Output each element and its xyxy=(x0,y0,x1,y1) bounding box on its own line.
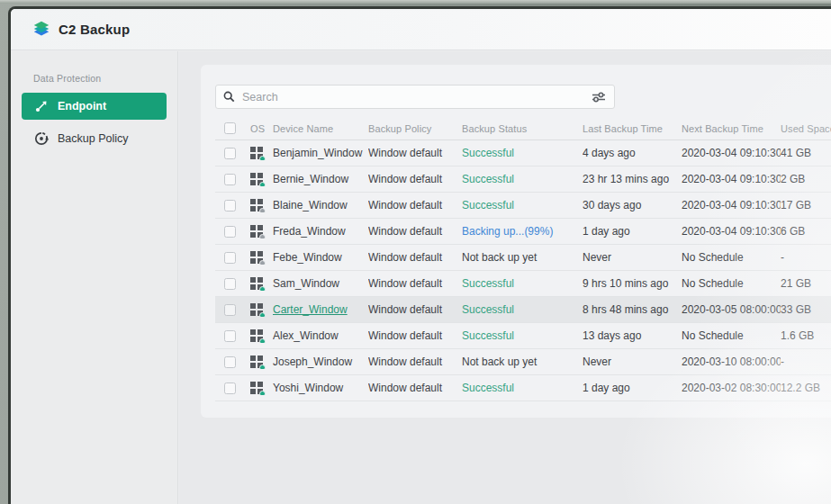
next-backup-time: 2020-03-04 09:10:30 xyxy=(682,147,781,159)
table-row[interactable]: Benjamin_WindowWindow defaultSuccessful4… xyxy=(215,140,831,166)
select-all-checkbox[interactable] xyxy=(224,122,236,134)
row-checkbox[interactable] xyxy=(224,252,236,264)
row-checkbox[interactable] xyxy=(224,148,236,159)
online-status-dot xyxy=(259,156,266,160)
next-backup-time: 2020-03-04 09:10:30 xyxy=(682,199,781,212)
next-backup-time: No Schedule xyxy=(682,277,781,290)
device-table-header: OS Device Name Backup Policy Backup Stat… xyxy=(215,117,831,140)
used-space: - xyxy=(781,251,831,264)
app-title: C2 Backup xyxy=(59,22,130,37)
used-space: 12.2 GB xyxy=(781,382,831,394)
last-backup-time: 23 hr 13 mins ago xyxy=(583,173,682,185)
row-checkbox[interactable] xyxy=(224,330,236,342)
online-status-dot xyxy=(259,286,266,291)
backup-status-value: Successful xyxy=(462,303,583,316)
table-row[interactable]: Joseph_WindowWindow defaultNot back up y… xyxy=(215,349,831,375)
column-header-device-name[interactable]: Device Name xyxy=(273,123,368,134)
device-name: Febe_Window xyxy=(273,251,342,264)
last-backup-time: Never xyxy=(583,356,682,368)
device-name-link[interactable]: Carter_Window xyxy=(273,303,348,316)
next-backup-time: 2020-03-04 09:10:30 xyxy=(682,173,781,185)
sidebar-item-backup-policy[interactable]: Backup Policy xyxy=(22,125,167,152)
backup-status-value: Successful xyxy=(462,277,583,290)
used-space: 17 GB xyxy=(781,199,831,212)
backup-policy-value: Window default xyxy=(368,173,462,185)
table-row[interactable]: Bernie_WindowWindow defaultSuccessful23 … xyxy=(215,166,831,193)
sidebar: Data Protection Endpoint Backup Policy xyxy=(11,51,178,504)
next-backup-time: 2020-03-04 09:10:30 xyxy=(682,225,781,238)
online-status-dot xyxy=(259,338,266,343)
row-checkbox[interactable] xyxy=(224,278,236,290)
table-row[interactable]: Sam_WindowWindow defaultSuccessful9 hrs … xyxy=(215,271,831,297)
column-header-backup-status[interactable]: Backup Status xyxy=(462,123,583,134)
backup-status-value: Successful xyxy=(462,329,583,342)
device-name: Benjamin_Window xyxy=(273,147,362,159)
table-row[interactable]: Carter_WindowWindow defaultSuccessful8 h… xyxy=(215,297,831,323)
windows-os-icon xyxy=(250,251,264,265)
search-bar[interactable] xyxy=(215,85,615,109)
column-header-next-backup-time[interactable]: Next Backup Time xyxy=(682,123,781,134)
windows-os-icon xyxy=(250,173,264,186)
row-checkbox[interactable] xyxy=(224,356,236,368)
search-icon xyxy=(223,91,235,103)
online-status-dot xyxy=(259,182,266,186)
row-checkbox[interactable] xyxy=(224,200,236,212)
filter-icon[interactable] xyxy=(591,89,607,105)
table-row[interactable]: Alex_WindowWindow defaultSuccessful13 da… xyxy=(215,323,831,349)
backup-status-value: Not back up yet xyxy=(462,356,583,368)
table-row[interactable]: Febe_WindowWindow defaultNot back up yet… xyxy=(215,245,831,271)
column-header-last-backup-time[interactable]: Last Backup Time xyxy=(583,123,682,134)
device-name: Blaine_Window xyxy=(273,199,348,212)
windows-os-icon xyxy=(250,356,264,369)
used-space: 33 GB xyxy=(781,303,831,316)
backup-policy-value: Window default xyxy=(368,329,462,342)
backup-status-value: Successful xyxy=(462,173,583,185)
last-backup-time: 4 days ago xyxy=(583,147,682,159)
row-checkbox[interactable] xyxy=(224,174,236,185)
backup-status-value[interactable]: Backing up...(99%) xyxy=(462,225,583,238)
offline-status-dot xyxy=(259,208,266,212)
column-header-backup-policy[interactable]: Backup Policy xyxy=(368,123,462,134)
windows-os-icon xyxy=(250,303,264,317)
endpoint-icon xyxy=(34,99,49,113)
backup-status-value: Successful xyxy=(462,382,583,394)
top-bar: C2 Backup xyxy=(11,9,831,50)
backup-status-value: Not back up yet xyxy=(462,251,583,264)
monitor-photo: C2 Backup Data Protection Endpoint xyxy=(0,0,831,504)
row-checkbox[interactable] xyxy=(224,226,236,238)
next-backup-time: 2020-03-05 08:00:00 xyxy=(682,303,781,316)
online-status-dot xyxy=(259,312,266,317)
offline-status-dot xyxy=(259,234,266,238)
next-backup-time: No Schedule xyxy=(682,329,781,342)
windows-os-icon xyxy=(250,382,264,395)
table-row[interactable]: Blaine_WindowWindow defaultSuccessful30 … xyxy=(215,193,831,219)
backup-policy-value: Window default xyxy=(368,277,462,290)
backup-policy-value: Window default xyxy=(368,225,462,238)
device-name: Alex_Window xyxy=(273,329,339,342)
column-header-os[interactable]: OS xyxy=(242,123,273,134)
windows-os-icon xyxy=(250,329,264,343)
last-backup-time: 9 hrs 10 mins ago xyxy=(583,277,682,290)
next-backup-time: No Schedule xyxy=(682,251,781,264)
c2-backup-logo-icon xyxy=(32,20,51,40)
device-table-body: Benjamin_WindowWindow defaultSuccessful4… xyxy=(215,140,831,401)
sidebar-section-label: Data Protection xyxy=(33,73,177,84)
row-checkbox[interactable] xyxy=(224,382,236,394)
last-backup-time: 1 day ago xyxy=(583,382,682,394)
last-backup-time: 30 days ago xyxy=(583,199,682,212)
row-checkbox[interactable] xyxy=(224,304,236,316)
next-backup-time: 2020-03-10 08:00:00 xyxy=(682,356,781,368)
column-header-used-space[interactable]: Used Space xyxy=(781,123,831,134)
table-row[interactable]: Yoshi_WindowWindow defaultSuccessful1 da… xyxy=(215,375,831,401)
used-space: - xyxy=(781,356,831,368)
search-input[interactable] xyxy=(242,91,591,104)
online-status-dot xyxy=(259,391,266,395)
table-row[interactable]: Freda_WindowWindow defaultBacking up...(… xyxy=(215,219,831,245)
last-backup-time: 13 days ago xyxy=(583,329,682,342)
sidebar-item-endpoint[interactable]: Endpoint xyxy=(22,93,167,120)
used-space: 2 GB xyxy=(781,173,831,185)
device-name: Yoshi_Window xyxy=(273,382,343,394)
backup-policy-value: Window default xyxy=(368,147,462,159)
last-backup-time: 1 day ago xyxy=(583,225,682,238)
sidebar-item-label: Endpoint xyxy=(58,100,106,112)
